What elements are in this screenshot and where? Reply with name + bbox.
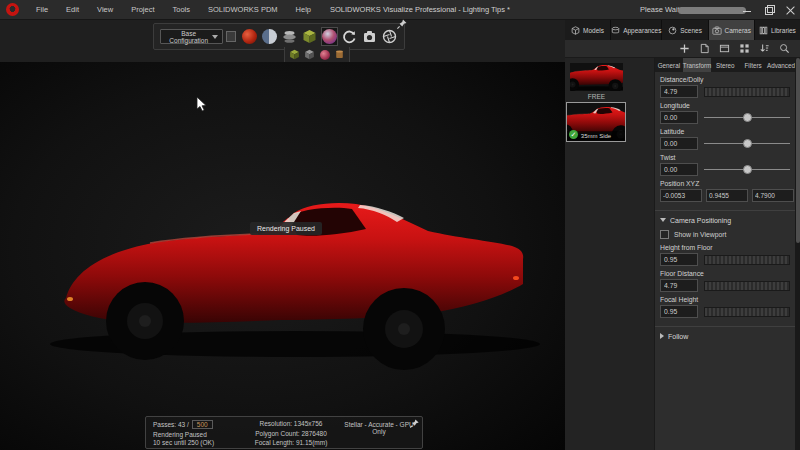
menu-solidworks-pdm[interactable]: SOLIDWORKS PDM <box>199 0 287 20</box>
tab-cameras-label: Cameras <box>725 27 751 34</box>
configuration-dropdown[interactable]: Base Configuration <box>160 29 223 44</box>
tab-models-label: Models <box>583 27 604 34</box>
passes-limit-field[interactable]: 500 <box>192 420 213 429</box>
configuration-dropdown-label: Base Configuration <box>165 30 212 44</box>
model-set-gray-button[interactable] <box>304 49 316 61</box>
menu-view[interactable]: View <box>88 0 122 20</box>
rendering-paused-overlay: Rendering Paused <box>250 222 322 235</box>
model-cube-icon <box>302 29 317 44</box>
model-set-green-button[interactable] <box>289 49 301 61</box>
position-z-input[interactable] <box>752 189 794 202</box>
restore-button[interactable] <box>764 5 774 15</box>
car-render <box>0 62 565 450</box>
refresh-button[interactable] <box>341 27 358 46</box>
tab-cameras[interactable]: Cameras <box>709 20 754 40</box>
show-in-viewport-checkbox[interactable] <box>660 230 669 239</box>
new-item-button[interactable] <box>699 43 710 54</box>
slider-handle[interactable] <box>743 113 752 122</box>
configuration-manager-icon[interactable] <box>226 31 236 42</box>
minimize-button[interactable] <box>742 5 752 15</box>
camera-item-35mm-side[interactable]: 35mm Side <box>566 102 626 142</box>
material-set-button[interactable] <box>334 49 346 61</box>
menu-file[interactable]: File <box>27 0 57 20</box>
render-status-box: Passes: 43 / 500 Rendering Paused 10 sec… <box>145 416 423 449</box>
floor-distance-slider[interactable] <box>704 281 790 291</box>
sort-button[interactable] <box>759 43 770 54</box>
tab-scenes-label: Scenes <box>680 27 702 34</box>
appearance-set-button[interactable] <box>319 49 331 61</box>
panel-scrollbar[interactable] <box>795 58 800 450</box>
twist-input[interactable] <box>660 163 698 176</box>
tab-transform[interactable]: Transform <box>683 58 711 72</box>
mouse-cursor <box>196 96 208 112</box>
render-output-button[interactable] <box>361 27 378 46</box>
scrollbar-thumb[interactable] <box>796 58 800 243</box>
split-render-button[interactable] <box>261 27 278 46</box>
latitude-slider[interactable] <box>704 137 790 150</box>
polygon-count-text: Polygon Count: 2876480 <box>241 430 341 437</box>
viewport-top-strip: Base Configuration <box>0 20 565 62</box>
latitude-input[interactable] <box>660 137 698 150</box>
models-button[interactable] <box>301 27 318 46</box>
longitude-input[interactable] <box>660 111 698 124</box>
height-from-floor-input[interactable] <box>660 253 698 266</box>
tab-models[interactable]: Models <box>565 20 610 40</box>
position-x-input[interactable] <box>660 189 702 202</box>
resolution-text: Resolution: 1345x756 <box>241 420 341 427</box>
pin-icon[interactable] <box>396 18 408 30</box>
tab-filters[interactable]: Filters <box>739 58 767 72</box>
model-cube-gray-icon <box>304 49 315 60</box>
show-in-viewport-label: Show in Viewport <box>674 231 726 238</box>
search-icon[interactable] <box>779 43 790 54</box>
cameras-panel-body: FREE 35mm Side General Transform Stereo … <box>565 58 800 450</box>
tab-advanced[interactable]: Advanced <box>767 58 795 72</box>
main-toolbar: Base Configuration <box>153 23 405 50</box>
height-from-floor-slider[interactable] <box>704 255 790 265</box>
menu-help[interactable]: Help <box>287 0 320 20</box>
aperture-icon <box>382 29 397 44</box>
cameras-icon <box>712 26 722 35</box>
palette-tab-bar: Models Appearances Scenes Cameras <box>565 20 800 40</box>
appearance-sphere-red-icon <box>320 50 330 60</box>
close-button[interactable] <box>786 5 796 15</box>
tab-general[interactable]: General <box>655 58 683 72</box>
tab-libraries[interactable]: Libraries <box>755 20 800 40</box>
tab-scenes[interactable]: Scenes <box>662 20 707 40</box>
camera-list: FREE 35mm Side <box>565 58 655 450</box>
render-viewport[interactable]: Rendering Paused Passes: 43 / 500 Render… <box>0 62 565 450</box>
slider-handle[interactable] <box>743 139 752 148</box>
camera-item-free[interactable] <box>570 63 623 91</box>
twist-slider[interactable] <box>704 163 790 176</box>
distance-dolly-slider[interactable] <box>704 87 790 97</box>
add-camera-button[interactable] <box>679 43 690 54</box>
tab-libraries-label: Libraries <box>771 27 796 34</box>
focal-height-slider[interactable] <box>704 307 790 317</box>
view-mode-button[interactable] <box>719 43 730 54</box>
tab-stereo[interactable]: Stereo <box>711 58 739 72</box>
camera-positioning-header[interactable]: Camera Positioning <box>660 215 790 225</box>
divider <box>655 326 795 327</box>
appearances-button[interactable] <box>321 27 338 46</box>
menu-edit[interactable]: Edit <box>57 0 88 20</box>
render-countdown-text: 10 sec until 250 (OK) <box>153 439 241 446</box>
pin-icon[interactable] <box>409 418 420 429</box>
longitude-slider[interactable] <box>704 111 790 124</box>
render-mode-button[interactable] <box>241 27 258 46</box>
menu-project[interactable]: Project <box>122 0 163 20</box>
follow-header[interactable]: Follow <box>660 331 790 341</box>
render-engine-text: Stellar - Accurate - GPU Only <box>341 420 417 446</box>
show-in-viewport-row: Show in Viewport <box>660 229 790 240</box>
render-mode-sphere-icon <box>242 29 257 44</box>
distance-dolly-input[interactable] <box>660 85 698 98</box>
grid-view-button[interactable] <box>739 43 750 54</box>
position-y-input[interactable] <box>706 189 748 202</box>
tab-appearances[interactable]: Appearances <box>611 20 661 40</box>
floor-distance-input[interactable] <box>660 279 698 292</box>
focal-height-input[interactable] <box>660 305 698 318</box>
slider-handle[interactable] <box>743 165 752 174</box>
latitude-label: Latitude <box>660 128 790 136</box>
split-render-icon <box>262 29 277 44</box>
turntable-button[interactable] <box>281 27 298 46</box>
visualize-logo-icon <box>6 3 19 16</box>
menu-tools[interactable]: Tools <box>164 0 200 20</box>
